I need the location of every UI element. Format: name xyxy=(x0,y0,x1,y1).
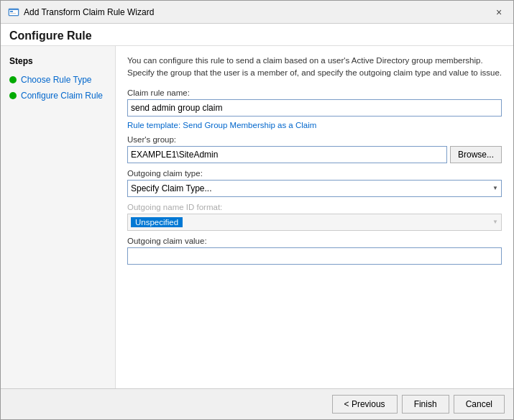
users-group-input[interactable] xyxy=(127,146,447,163)
wizard-icon xyxy=(8,6,19,18)
outgoing-name-id-value: Unspecified xyxy=(131,217,183,227)
chevron-down-icon: ▼ xyxy=(492,185,498,191)
outgoing-claim-type-select[interactable]: Specify Claim Type... ▼ xyxy=(127,180,502,197)
footer: < Previous Finish Cancel xyxy=(1,388,513,419)
content-area: Steps Choose Rule Type Configure Claim R… xyxy=(1,46,513,388)
outgoing-claim-type-label: Outgoing claim type: xyxy=(127,169,502,178)
title-bar: Add Transform Claim Rule Wizard × xyxy=(1,1,513,24)
browse-button[interactable]: Browse... xyxy=(450,146,502,163)
outgoing-name-id-field: Unspecified ▼ xyxy=(127,214,502,231)
wizard-window: Add Transform Claim Rule Wizard × Config… xyxy=(0,0,514,420)
sidebar-label-choose-rule: Choose Rule Type xyxy=(21,75,92,85)
finish-button[interactable]: Finish xyxy=(402,395,449,414)
sidebar-label-configure-claim: Configure Claim Rule xyxy=(21,91,103,101)
page-title: Configure Rule xyxy=(9,29,92,42)
outgoing-claim-value-label: Outgoing claim value: xyxy=(127,237,502,245)
claim-rule-name-input[interactable] xyxy=(127,99,502,117)
cancel-button[interactable]: Cancel xyxy=(454,395,505,414)
users-group-row: Browse... xyxy=(127,146,502,163)
rule-template-text: Rule template: Send Group Membership as … xyxy=(127,121,502,129)
svg-rect-3 xyxy=(10,13,16,14)
chevron-down-disabled-icon: ▼ xyxy=(492,219,498,225)
close-button[interactable]: × xyxy=(492,5,506,19)
description: You can configure this rule to send a cl… xyxy=(127,55,502,80)
title-bar-left: Add Transform Claim Rule Wizard xyxy=(8,6,154,18)
page-title-bar: Configure Rule xyxy=(1,24,513,46)
main-panel: You can configure this rule to send a cl… xyxy=(116,46,513,388)
outgoing-name-id-label: Outgoing name ID format: xyxy=(127,203,502,211)
users-group-label: User's group: xyxy=(127,135,502,144)
step-dot-1 xyxy=(9,76,17,83)
svg-rect-2 xyxy=(10,11,13,12)
sidebar-item-choose-rule-type[interactable]: Choose Rule Type xyxy=(1,72,115,88)
previous-button[interactable]: < Previous xyxy=(332,395,398,414)
window-title: Add Transform Claim Rule Wizard xyxy=(24,7,154,17)
sidebar-item-configure-claim-rule[interactable]: Configure Claim Rule xyxy=(1,88,115,104)
sidebar: Steps Choose Rule Type Configure Claim R… xyxy=(1,46,116,388)
sidebar-title: Steps xyxy=(1,53,115,72)
claim-rule-name-label: Claim rule name: xyxy=(127,88,502,97)
outgoing-claim-value-input[interactable] xyxy=(127,247,502,265)
outgoing-claim-type-value: Specify Claim Type... xyxy=(131,183,212,193)
step-dot-2 xyxy=(9,92,17,99)
